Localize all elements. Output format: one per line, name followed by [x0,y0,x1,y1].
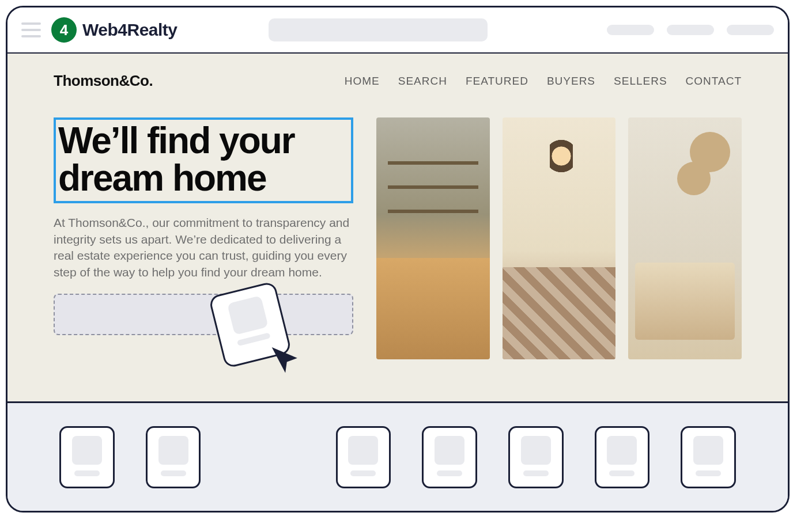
cursor-icon [267,342,303,378]
topbar-action-placeholder[interactable] [727,25,774,35]
site-nav: HOME SEARCH FEATURED BUYERS SELLERS CONT… [345,75,742,88]
hero-paragraph[interactable]: At Thomson&Co., our commitment to transp… [54,215,353,282]
nav-sellers[interactable]: SELLERS [614,75,667,88]
app-window: 4 Web4Realty Thomson&Co. HOME SEARCH FEA… [6,6,790,513]
nav-home[interactable]: HOME [345,75,380,88]
widget-thumb-placeholder [227,295,269,335]
url-bar[interactable] [269,18,488,41]
widget-thumb-placeholder [348,436,378,465]
nav-search[interactable]: SEARCH [398,75,447,88]
tray-widget[interactable] [336,426,391,488]
widget-thumb-placeholder [693,436,723,465]
menu-icon[interactable] [21,22,41,37]
topbar-action-placeholder[interactable] [607,25,654,35]
widget-label-placeholder [437,470,462,476]
hero-section: We’ll find your dream home At Thomson&Co… [54,117,742,359]
widget-thumb-placeholder [158,436,188,465]
hero-image-2[interactable] [503,117,616,359]
hero-image-1[interactable] [376,117,490,359]
widget-label-placeholder [609,470,635,476]
widget-thumb-placeholder [607,436,637,465]
tray-widget[interactable] [681,426,736,488]
widget-thumb-placeholder [72,436,102,465]
widget-thumb-placeholder [521,436,551,465]
hero-left-column: We’ll find your dream home At Thomson&Co… [54,117,353,359]
topbar-action-placeholder[interactable] [667,25,714,35]
widget-label-placeholder [350,470,376,476]
app-logo-text: Web4Realty [82,20,177,40]
hero-image-triptych [376,117,742,359]
hero-headline-selected[interactable]: We’ll find your dream home [54,117,353,203]
widget-label-placeholder [523,470,549,476]
logo-badge-icon: 4 [51,17,77,43]
app-logo[interactable]: 4 Web4Realty [51,17,177,43]
tray-widget[interactable] [422,426,477,488]
hero-image-3[interactable] [628,117,742,359]
nav-featured[interactable]: FEATURED [466,75,528,88]
tray-widget[interactable] [146,426,201,488]
nav-contact[interactable]: CONTACT [686,75,742,88]
widget-label-placeholder [237,333,271,347]
topbar-actions [607,25,774,35]
site-preview-canvas[interactable]: Thomson&Co. HOME SEARCH FEATURED BUYERS … [7,54,788,401]
site-header: Thomson&Co. HOME SEARCH FEATURED BUYERS … [54,72,742,90]
widget-label-placeholder [161,470,186,476]
widget-dropzone[interactable] [54,294,353,335]
tray-widget[interactable] [59,426,115,488]
site-logo[interactable]: Thomson&Co. [54,72,153,90]
tray-widget[interactable] [508,426,564,488]
nav-buyers[interactable]: BUYERS [547,75,595,88]
widget-label-placeholder [74,470,100,476]
widget-thumb-placeholder [435,436,464,465]
tray-widget[interactable] [595,426,650,488]
widget-label-placeholder [696,470,721,476]
widget-tray [7,401,788,511]
editor-topbar: 4 Web4Realty [7,7,788,54]
